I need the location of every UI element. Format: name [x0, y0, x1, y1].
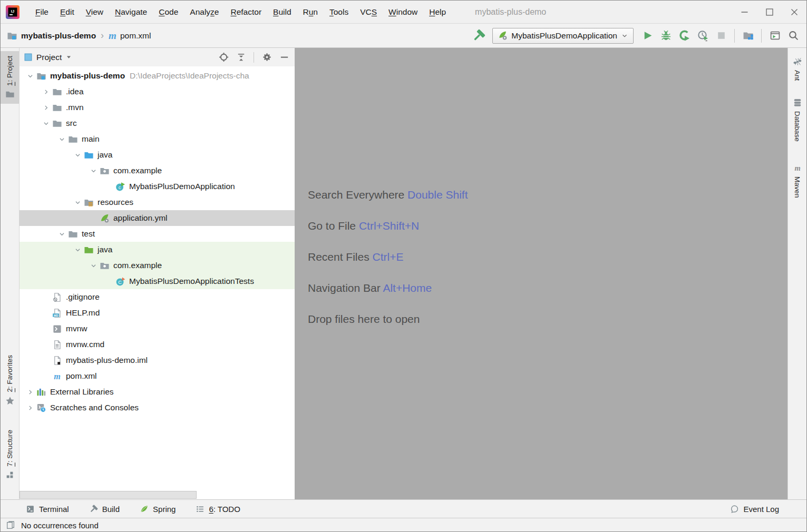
maximize-button[interactable]	[757, 1, 782, 23]
chevron-down-icon[interactable]	[71, 196, 84, 209]
tree-row-com-example[interactable]: com.example	[20, 163, 295, 179]
menu-refactor[interactable]: Refactor	[225, 5, 267, 19]
tree-row-application-yml[interactable]: application.yml	[20, 210, 295, 226]
breadcrumb-file[interactable]: pom.xml	[120, 31, 151, 41]
folder-resources-icon	[84, 198, 94, 208]
tree-row-external-libraries[interactable]: External Libraries	[20, 384, 295, 400]
tree-row-label: src	[66, 119, 77, 128]
breadcrumb-project[interactable]: mybatis-plus-demo	[21, 31, 96, 41]
select-opened-file-button[interactable]	[217, 51, 230, 64]
run-anything-button[interactable]	[768, 29, 782, 43]
chevron-down-icon[interactable]	[55, 133, 68, 145]
tool-stripe-ant[interactable]: Ant	[788, 52, 806, 85]
tree-indent	[40, 338, 52, 351]
profile-button[interactable]	[696, 29, 709, 43]
header-separator	[254, 52, 254, 63]
run-configuration-select[interactable]: MybatisPlusDemoApplication	[492, 28, 634, 44]
chevron-right-icon[interactable]	[40, 101, 52, 114]
tool-stripe-1-project[interactable]: 1: Project	[1, 51, 19, 104]
tree-row-mvnw-cmd[interactable]: mvnw.cmd	[20, 337, 295, 352]
main-area: 1: Project2: Favorites7: Structure Proje…	[1, 48, 806, 499]
breadcrumb-separator: ›	[100, 30, 105, 41]
menu-vcs[interactable]: VCS	[354, 5, 383, 19]
tree-row-pom-xml[interactable]: mpom.xml	[20, 368, 295, 384]
toolwindow-6-todo[interactable]: 6: TODO	[196, 505, 240, 514]
tool-stripe-maven[interactable]: mMaven	[788, 159, 806, 203]
tree-row-mybatisplusdemoapplication[interactable]: cMybatisPlusDemoApplication	[20, 179, 295, 194]
tree-row-scratches-and-consoles[interactable]: Scratches and Consoles	[20, 400, 295, 416]
tree-indent	[40, 354, 52, 367]
menu-analyze[interactable]: Analyze	[184, 5, 225, 19]
debug-button[interactable]	[659, 29, 673, 43]
chevron-down-icon[interactable]	[40, 117, 52, 130]
chevron-down-icon[interactable]	[71, 243, 84, 256]
tool-stripe-7-structure[interactable]: 7: Structure	[1, 425, 19, 485]
run-button[interactable]	[640, 29, 654, 43]
toolbar-separator	[761, 29, 762, 43]
menu-view[interactable]: View	[80, 5, 109, 19]
hide-panel-button[interactable]	[278, 51, 290, 64]
menu-edit[interactable]: Edit	[54, 5, 80, 19]
tree-row-resources[interactable]: resources	[20, 194, 295, 210]
tree-row-idea[interactable]: .idea	[20, 84, 295, 100]
menu-navigate[interactable]: Navigate	[109, 5, 153, 19]
toolwindow-build[interactable]: Build	[89, 505, 120, 514]
scrollbar-thumb[interactable]	[20, 491, 197, 499]
search-everywhere-button[interactable]	[786, 29, 800, 43]
chevron-down-icon[interactable]	[24, 70, 36, 82]
tree-row-java[interactable]: java	[20, 242, 295, 258]
menu-code[interactable]: Code	[153, 5, 184, 19]
toolwindow-event-log[interactable]: Event Log	[730, 505, 779, 514]
close-glyph-icon	[789, 7, 800, 17]
tree-row-mybatis-plus-demo-iml[interactable]: mybatis-plus-demo.iml	[20, 352, 295, 368]
tree-row-label: application.yml	[113, 213, 168, 223]
tree-row-gitignore[interactable]: .gitignore	[20, 289, 295, 305]
chevron-down-icon[interactable]	[87, 164, 100, 177]
tree-row-main[interactable]: main	[20, 131, 295, 147]
chevron-right-icon[interactable]	[24, 386, 36, 398]
toolwindow-spring[interactable]: Spring	[140, 505, 176, 514]
tree-row-mvnw[interactable]: mvnw	[20, 321, 295, 337]
chevron-down-icon[interactable]	[87, 259, 100, 272]
chevron-down-icon[interactable]	[71, 149, 84, 161]
chevron-down-icon[interactable]	[55, 228, 68, 240]
tree-row-mvn[interactable]: .mvn	[20, 100, 295, 115]
menu-build[interactable]: Build	[267, 5, 297, 19]
minus-icon	[279, 52, 289, 62]
menu-window[interactable]: Window	[383, 5, 423, 19]
chevron-right-icon[interactable]	[24, 401, 36, 414]
folder-green-icon	[84, 245, 94, 255]
tree-row-src[interactable]: src	[20, 115, 295, 131]
run-with-coverage-button[interactable]	[677, 29, 691, 43]
project-panel-title[interactable]: Project	[36, 53, 62, 62]
menu-help[interactable]: Help	[423, 5, 452, 19]
collapse-all-button[interactable]	[235, 51, 247, 64]
menu-file[interactable]: File	[30, 5, 54, 19]
project-structure-button[interactable]	[741, 29, 755, 43]
caret-down-icon[interactable]	[65, 54, 72, 61]
tree-row-label: .mvn	[66, 103, 84, 112]
settings-button[interactable]	[260, 51, 273, 64]
chevron-right-icon[interactable]	[40, 85, 52, 98]
toolwindow-terminal[interactable]: Terminal	[26, 505, 69, 514]
tree-row-java[interactable]: java	[20, 147, 295, 163]
stop-button[interactable]	[714, 29, 728, 43]
menu-run[interactable]: Run	[297, 5, 324, 19]
tree-row-mybatis-plus-demo[interactable]: mybatis-plus-demoD:\IdeaProjects\IdeaPro…	[20, 68, 295, 84]
tree-row-label: .idea	[66, 87, 84, 96]
tree-indent	[40, 307, 52, 319]
menu-tools[interactable]: Tools	[324, 5, 354, 19]
tree-row-com-example[interactable]: com.example	[20, 258, 295, 273]
database-icon	[793, 98, 802, 107]
build-project-button[interactable]	[472, 29, 485, 43]
tool-window-icon	[24, 53, 33, 62]
run-anything-icon	[770, 30, 781, 41]
intellij-window: IJ FileEditViewNavigateCodeAnalyzeRefact…	[0, 0, 807, 532]
tree-row-test[interactable]: test	[20, 226, 295, 242]
tree-row-mybatisplusdemoapplicationtests[interactable]: CMybatisPlusDemoApplicationTests	[20, 273, 295, 289]
tool-stripe-2-favorites[interactable]: 2: Favorites	[1, 350, 19, 410]
tool-stripe-database[interactable]: Database	[788, 93, 806, 146]
tree-row-help-md[interactable]: MDHELP.md	[20, 305, 295, 321]
close-button[interactable]	[782, 1, 806, 23]
minimize-button[interactable]	[732, 1, 757, 23]
